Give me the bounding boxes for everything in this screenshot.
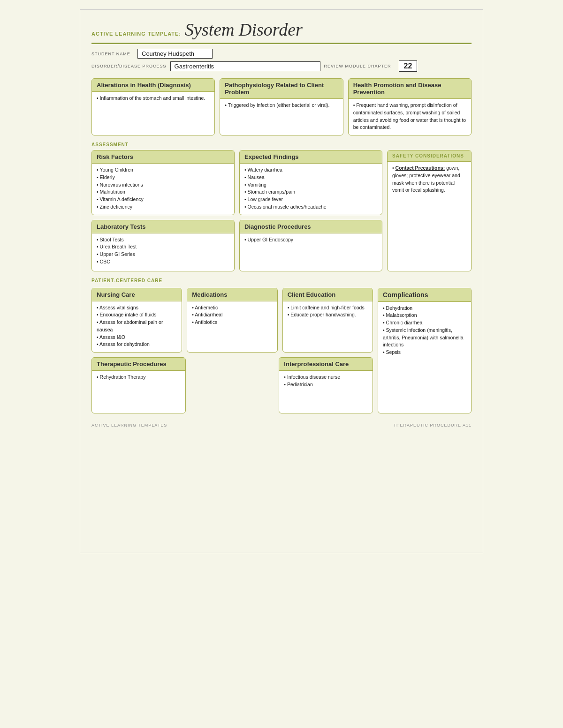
expected-item-4: Low grade fever	[244, 196, 377, 203]
alterations-content: Inflammation of the stomach and small in…	[97, 95, 210, 102]
medications-header: Medications	[187, 288, 277, 301]
nursing-item-1: Encourage intake of fluids	[97, 311, 177, 319]
health-promotion-header: Health Promotion and Disease Prevention	[349, 79, 471, 99]
complication-item-2: Chronic diarrhea	[383, 319, 466, 327]
footer: ACTIVE LEARNING TEMPLATES THERAPEUTIC PR…	[91, 423, 472, 428]
pcc-left: Nursing Care Assess vital signs Encourag…	[91, 288, 373, 414]
lab-item-1: Urea Breath Test	[97, 243, 229, 251]
assessment-label: ASSESSMENT	[91, 142, 472, 147]
expected-findings-header: Expected Findings	[240, 150, 382, 164]
assessment-row: Risk Factors Young Children Elderly Noro…	[91, 150, 472, 271]
diagnostic-procedures-content: Upper GI Endoscopy	[244, 236, 377, 244]
client-education-content: Limit caffeine and high-fiber foods Educ…	[288, 304, 368, 319]
pcc-top-row: Nursing Care Assess vital signs Encourag…	[91, 288, 373, 353]
disorder-row: DISORDER/DISEASE PROCESS Gastroenteritis…	[91, 60, 472, 72]
expected-item-3: Stomach cramps/pain	[244, 188, 377, 196]
med-item-1: Antidiarrheal	[192, 311, 272, 319]
review-label: REVIEW MODULE CHAPTER	[324, 64, 391, 68]
risk-item-4: Vitamin A deficiency	[97, 196, 229, 203]
top-sections: Alterations in Health (Diagnosis) Inflam…	[91, 78, 472, 135]
education-item-0: Limit caffeine and high-fiber foods	[288, 304, 368, 312]
safety-section: SAFETY CONSIDERATIONS • Contact Precauti…	[387, 150, 472, 271]
health-promotion-content: Frequent hand washing, prompt disinfecti…	[353, 102, 466, 131]
expected-item-2: Vomiting	[244, 181, 377, 189]
nursing-item-0: Assess vital signs	[97, 304, 177, 312]
alterations-section: Alterations in Health (Diagnosis) Inflam…	[91, 78, 215, 135]
safety-bullet: •	[392, 165, 396, 171]
risk-factors-header: Risk Factors	[92, 150, 234, 164]
complications-column: Complications Dehydration Malabsorption …	[378, 288, 472, 414]
assessment-left: Risk Factors Young Children Elderly Noro…	[91, 150, 382, 271]
risk-item-5: Zinc deficiency	[97, 203, 229, 211]
expected-item-5: Occasional muscle aches/headache	[244, 203, 377, 211]
interprofessional-care-content: Infectious disease nurse Pediatrician	[284, 374, 368, 389]
page: ACTIVE LEARNING TEMPLATE: System Disorde…	[80, 9, 483, 553]
footer-left: ACTIVE LEARNING TEMPLATES	[91, 423, 167, 428]
therapeutic-item-0: Rehydration Therapy	[97, 374, 181, 381]
medications-section: Medications Antiemetic Antidiarrheal Ant…	[187, 288, 277, 353]
expected-item-0: Watery diarrhea	[244, 166, 377, 174]
pathophysiology-header: Pathophysiology Related to Client Proble…	[220, 79, 342, 99]
alterations-header: Alterations in Health (Diagnosis)	[92, 79, 214, 92]
med-item-2: Antibiotics	[192, 319, 272, 326]
pathophysiology-item: Triggered by infection (either bacterial…	[225, 102, 338, 109]
client-education-section: Client Education Limit caffeine and high…	[282, 288, 373, 353]
template-title: System Disorder	[185, 19, 303, 40]
risk-factors-section: Risk Factors Young Children Elderly Noro…	[91, 150, 235, 215]
active-learning-label: ACTIVE LEARNING TEMPLATE:	[91, 31, 181, 37]
footer-right: THERAPEUTIC PROCEDURE A11	[393, 423, 472, 428]
therapeutic-procedures-section: Therapeutic Procedures Rehydration Thera…	[91, 357, 186, 413]
pcc-label: PATIENT-CENTERED CARE	[91, 278, 472, 283]
pcc-row: Nursing Care Assess vital signs Encourag…	[91, 288, 472, 414]
expected-findings-content: Watery diarrhea Nausea Vomiting Stomach …	[244, 166, 377, 211]
lab-tests-header: Laboratory Tests	[92, 220, 234, 233]
med-item-0: Antiemetic	[192, 304, 272, 312]
lab-tests-section: Laboratory Tests Stool Tests Urea Breath…	[91, 220, 235, 271]
interprofessional-care-section: Interprofessional Care Infectious diseas…	[279, 357, 373, 413]
safety-column: SAFETY CONSIDERATIONS • Contact Precauti…	[387, 150, 472, 271]
student-name-value: Courtney Hudspeth	[137, 49, 213, 59]
student-name-label: STUDENT NAME	[91, 52, 134, 56]
disorder-label: DISORDER/DISEASE PROCESS	[91, 64, 167, 68]
complication-item-3: Systemic infection (meningitis, arthriti…	[383, 327, 466, 349]
spacer	[190, 357, 274, 413]
interprofessional-item-0: Infectious disease nurse	[284, 374, 368, 381]
alterations-item: Inflammation of the stomach and small in…	[97, 95, 210, 102]
interprofessional-care-header: Interprofessional Care	[279, 358, 373, 371]
expected-findings-section: Expected Findings Watery diarrhea Nausea…	[239, 150, 382, 215]
safety-content: • Contact Precautions: gown, gloves; pro…	[392, 165, 466, 194]
interprofessional-item-1: Pediatrician	[284, 381, 368, 389]
diagnostic-procedures-section: Diagnostic Procedures Upper GI Endoscopy	[239, 220, 382, 271]
risk-item-1: Elderly	[97, 174, 229, 181]
diagnostic-item-0: Upper GI Endoscopy	[244, 236, 377, 244]
complications-header: Complications	[378, 288, 471, 302]
lab-item-3: CBC	[97, 258, 229, 266]
nursing-care-content: Assess vital signs Encourage intake of f…	[97, 304, 177, 349]
complication-item-4: Sepsis	[383, 349, 466, 356]
health-promotion-section: Health Promotion and Disease Prevention …	[348, 78, 472, 135]
safety-contact-label: Contact Precautions:	[396, 165, 445, 171]
nursing-item-3: Assess I&O	[97, 334, 177, 341]
complications-content: Dehydration Malabsorption Chronic diarrh…	[383, 305, 466, 356]
disorder-value: Gastroenteritis	[170, 61, 320, 71]
client-education-header: Client Education	[283, 288, 373, 301]
risk-expected-row: Risk Factors Young Children Elderly Noro…	[91, 150, 382, 215]
pathophysiology-content: Triggered by infection (either bacterial…	[225, 102, 338, 109]
risk-item-0: Young Children	[97, 166, 229, 174]
diagnostic-procedures-header: Diagnostic Procedures	[240, 220, 382, 233]
student-name-row: STUDENT NAME Courtney Hudspeth	[91, 49, 472, 59]
nursing-care-section: Nursing Care Assess vital signs Encourag…	[91, 288, 182, 353]
pcc-bottom-row: Therapeutic Procedures Rehydration Thera…	[91, 357, 373, 413]
expected-item-1: Nausea	[244, 174, 377, 181]
risk-item-3: Malnutrition	[97, 188, 229, 196]
education-item-1: Educate proper handwashing.	[288, 311, 368, 319]
medications-content: Antiemetic Antidiarrheal Antibiotics	[192, 304, 272, 326]
nursing-care-header: Nursing Care	[92, 288, 182, 301]
risk-item-2: Norovirus infections	[97, 181, 229, 189]
risk-factors-content: Young Children Elderly Norovirus infecti…	[97, 166, 229, 211]
chapter-value: 22	[399, 60, 418, 72]
pathophysiology-section: Pathophysiology Related to Client Proble…	[220, 78, 343, 135]
header: ACTIVE LEARNING TEMPLATE: System Disorde…	[91, 19, 472, 44]
therapeutic-procedures-content: Rehydration Therapy	[97, 374, 181, 381]
complication-item-1: Malabsorption	[383, 312, 466, 319]
